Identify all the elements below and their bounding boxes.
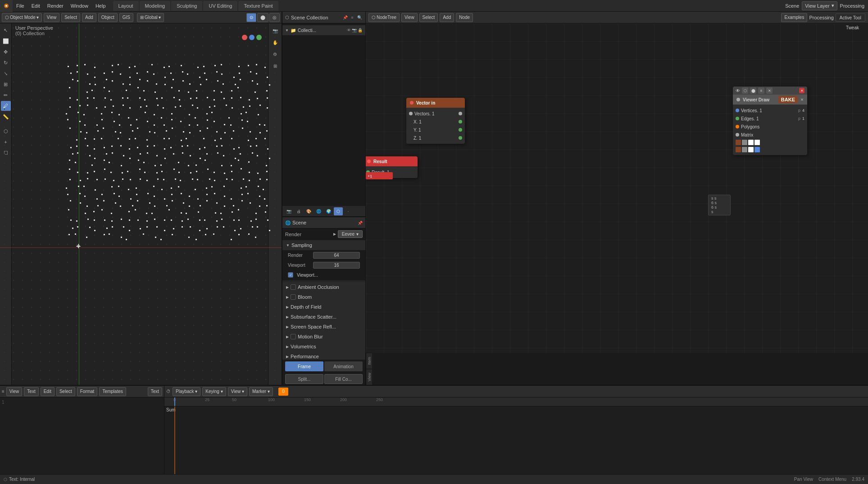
tab-modeling[interactable]: Modeling xyxy=(140,1,171,11)
vol-section[interactable]: ▶ Volumetrics xyxy=(282,342,365,352)
text-content-area[interactable]: 1 xyxy=(0,397,164,474)
view-layer-selector[interactable]: View Layer ▾ xyxy=(802,1,837,10)
viewport-shading2-btn[interactable]: ◎ xyxy=(269,13,280,22)
render-sample-value[interactable]: 64 xyxy=(313,252,360,259)
ni3[interactable]: ≡ xyxy=(758,87,764,94)
mb-check[interactable] xyxy=(291,334,296,339)
render-engine-selector[interactable]: Eevee ▾ xyxy=(338,230,363,238)
point-dot xyxy=(256,145,257,146)
perf-section[interactable]: ▶ Performance xyxy=(282,352,365,360)
prop-tab-output[interactable]: 🖨 xyxy=(294,207,303,215)
node-add-btn[interactable]: Add xyxy=(440,13,454,22)
animation-tab[interactable]: Animation xyxy=(324,361,363,371)
tl-playback-btn[interactable]: Playback ▾ xyxy=(173,387,200,396)
prop-tab-render[interactable]: 📷 xyxy=(284,207,293,215)
global-transform-btn[interactable]: ⊞ Global ▾ xyxy=(137,13,164,22)
prop-tab-object[interactable]: ⬡ xyxy=(334,207,343,215)
node-vector-in[interactable]: Vector in Vectors. 1 X. 1 xyxy=(406,98,465,144)
menu-edit[interactable]: Edit xyxy=(28,0,44,12)
ni1[interactable]: ⬡ xyxy=(742,87,748,94)
prop-tab-view[interactable]: 🎨 xyxy=(304,207,313,215)
tab-texture-paint[interactable]: Texture Paint xyxy=(238,1,278,11)
viewport-sample-value[interactable]: 16 xyxy=(313,262,360,269)
vector-y-row: Y. 1 xyxy=(406,126,465,134)
viewport-object-btn[interactable]: Object xyxy=(98,13,118,22)
viewport-gis-btn[interactable]: GIS xyxy=(119,13,133,22)
bake-button[interactable]: BAKE xyxy=(778,96,798,103)
tl-view-btn[interactable]: View ▾ xyxy=(228,387,247,396)
text-name-btn[interactable]: Text xyxy=(148,387,162,396)
text-view-btn[interactable]: View xyxy=(6,387,23,396)
viewer-close-x[interactable]: ✕ xyxy=(800,98,804,102)
mb-section[interactable]: ▶ Motion Blur xyxy=(282,332,365,342)
point-dot xyxy=(67,119,68,120)
tab-layout[interactable]: Layout xyxy=(113,1,139,11)
ni2[interactable]: ⬤ xyxy=(750,87,756,94)
tl-keying-btn[interactable]: Keying ▾ xyxy=(202,387,226,396)
sidebar-tab-view[interactable]: View xyxy=(366,369,372,385)
sampling-header[interactable]: ▼ Sampling xyxy=(282,240,365,250)
filter-icon[interactable]: ≡ xyxy=(349,14,355,21)
prop-tab-world[interactable]: 🌍 xyxy=(324,207,333,215)
render-icon[interactable]: 📷 xyxy=(352,28,357,32)
viewport-add-btn[interactable]: Add xyxy=(82,13,96,22)
point-dot xyxy=(80,131,82,132)
search-icon[interactable]: 🔍 xyxy=(356,14,363,21)
timeline-header: ⏱ Playback ▾ Keying ▾ View ▾ Marker ▾ 0 xyxy=(164,386,868,397)
bloom-section[interactable]: ▶ Bloom xyxy=(282,292,365,302)
tab-sculpting[interactable]: Sculpting xyxy=(171,1,202,11)
viewport-canvas[interactable]: ↖ ⬜ ✥ ↻ ⤡ ⊞ ✏ 🖊 📏 ⬡ + ☐ 📷 ✋ ⚙ ⊞ xyxy=(0,23,282,385)
viewport-select-btn[interactable]: Select xyxy=(61,13,80,22)
close-btn[interactable]: ✕ xyxy=(799,88,804,93)
eye-icon2[interactable]: 👁 xyxy=(736,88,740,93)
ssr-section[interactable]: ▶ Screen Space Refl... xyxy=(282,322,365,332)
sss-section[interactable]: ▶ Subsurface Scatter... xyxy=(282,312,365,322)
text-edit-btn[interactable]: Edit xyxy=(41,387,55,396)
dof-section[interactable]: ▶ Depth of Field xyxy=(282,302,365,312)
menu-help[interactable]: Help xyxy=(92,0,109,12)
ao-check[interactable] xyxy=(291,284,296,290)
render-panel-pin[interactable]: 📌 xyxy=(358,220,363,225)
split-btn[interactable]: Split... xyxy=(285,374,323,384)
viewport-denoising-check[interactable]: ✓ xyxy=(288,272,293,278)
active-frame[interactable]: 0 xyxy=(278,388,288,396)
point-dot xyxy=(87,145,88,146)
viewport-shading-btn[interactable]: ⬤ xyxy=(257,13,268,22)
node-viewer-draw[interactable]: 👁 ⬡ ⬤ ≡ ✕ ✕ Viewer Draw BAKE ✕ xyxy=(733,87,807,155)
ni4[interactable]: ✕ xyxy=(766,87,773,94)
viewport-view-btn[interactable]: View xyxy=(44,13,60,22)
fill-co-btn[interactable]: Fill Co... xyxy=(324,374,363,384)
menu-render[interactable]: Render xyxy=(44,0,67,12)
prop-tab-scene[interactable]: 🌐 xyxy=(314,207,323,215)
tl-marker-btn[interactable]: Marker ▾ xyxy=(249,387,273,396)
menu-window[interactable]: Window xyxy=(67,0,92,12)
frame-tab[interactable]: Frame xyxy=(285,361,323,371)
viewport-overlay-btn[interactable]: ⊙ xyxy=(246,13,256,22)
status-bar: ⬡ Text: Internal Pan View Context Menu 2… xyxy=(0,474,868,484)
ao-section[interactable]: ▶ Ambient Occlusion xyxy=(282,282,365,292)
point-dot xyxy=(103,128,104,129)
node-node-btn[interactable]: Node xyxy=(456,13,473,22)
text-text-btn[interactable]: Text xyxy=(24,387,38,396)
bloom-check[interactable] xyxy=(291,294,296,300)
eye-icon[interactable]: 👁 xyxy=(347,28,351,32)
menu-file[interactable]: File xyxy=(13,0,28,12)
point-dot xyxy=(220,138,222,139)
node-editor-type-btn[interactable]: ⬡ NodeTree xyxy=(368,13,400,22)
node-canvas[interactable]: Vector in Vectors. 1 X. 1 xyxy=(366,23,868,353)
prop-tab-particles[interactable]: · xyxy=(344,207,353,215)
lock-icon[interactable]: 🔒 xyxy=(358,28,363,32)
text-format-btn[interactable]: Format xyxy=(77,387,98,396)
node-examples-btn[interactable]: Examples xyxy=(781,13,807,22)
tab-uv-editing[interactable]: UV Editing xyxy=(203,1,237,11)
point-dot xyxy=(171,187,172,189)
text-templates-btn[interactable]: Templates xyxy=(99,387,126,396)
sidebar-tab-item[interactable]: Item xyxy=(366,353,372,369)
node-view-btn[interactable]: View xyxy=(401,13,418,22)
text-select-btn[interactable]: Select xyxy=(56,387,75,396)
timeline-content[interactable]: Sum xyxy=(164,406,868,474)
pin-icon[interactable]: 📌 xyxy=(342,14,348,21)
viewport-mode-btn[interactable]: ⬡ Object Mode ▾ xyxy=(2,13,42,22)
p-value2: 1 xyxy=(802,116,804,121)
node-select-btn[interactable]: Select xyxy=(419,13,438,22)
